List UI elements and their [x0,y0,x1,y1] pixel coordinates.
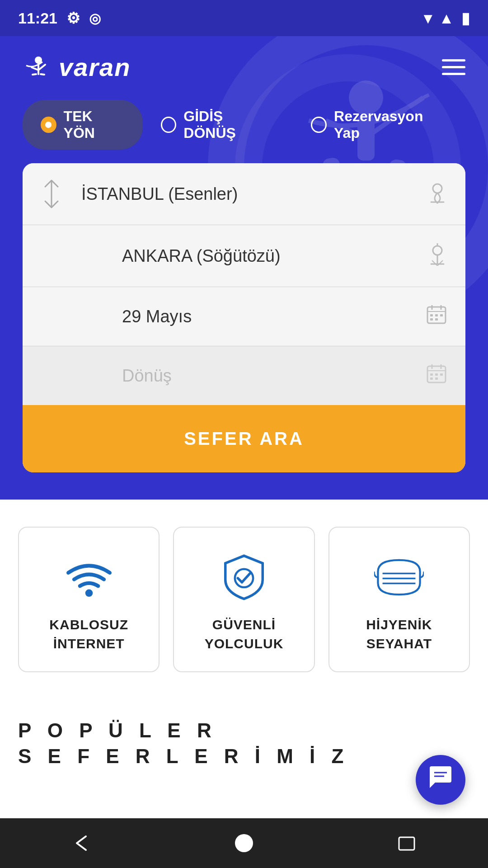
from-location-icon [427,179,447,208]
swap-icon[interactable] [41,179,62,209]
svg-point-32 [85,590,93,597]
date-field-row[interactable]: 29 Mayıs [23,287,465,346]
mask-feature-label: HİJYENİK SEYAHAT [366,615,432,653]
features-section: KABLOSUZ İNTERNET GÜVENLİ YOLCULUK [0,500,488,699]
trip-type-selector: TEK YÖN GİDİŞ DÖNÜŞ Rezervasyon Yap [23,100,465,150]
svg-rect-21 [430,318,433,321]
svg-rect-40 [399,837,414,850]
to-field-row[interactable]: ANKARA (Söğütözü) [23,225,465,287]
shield-feature-icon [217,550,271,604]
to-location-icon [427,241,447,270]
shield-feature-label: GÜVENLİ YOLCULUK [205,615,284,653]
logo-text: varan [59,52,131,82]
home-button[interactable] [226,830,262,857]
from-field-value: İSTANBUL (Esenler) [81,184,427,204]
popular-title: P O P Ü L E R S E F E R L E R İ M İ Z [18,717,470,769]
svg-rect-27 [430,373,433,376]
calendar-icon [426,303,447,330]
svg-rect-22 [435,318,438,321]
search-card: İSTANBUL (Esenler) ANKARA (Söğütözü) [23,163,465,472]
status-bar: 11:21 ⚙ ◎ ▾ ▲ ▮ [0,0,488,36]
svg-rect-30 [430,377,433,380]
radio-inner [45,122,52,128]
svg-rect-31 [435,377,438,380]
bottom-nav [0,818,488,868]
return-calendar-icon [426,363,447,389]
features-grid: KABLOSUZ İNTERNET GÜVENLİ YOLCULUK [18,527,470,672]
return-field-row[interactable]: Dönüş [23,346,465,405]
feature-card-wifi: KABLOSUZ İNTERNET [18,527,160,672]
popular-section: P O P Ü L E R S E F E R L E R İ M İ Z [0,699,488,769]
logo: varan [23,52,131,82]
svg-rect-20 [440,314,443,316]
at-icon: ◎ [89,10,101,26]
hero-section: varan TEK YÖN GİDİŞ DÖNÜŞ Rezervasyon Ya… [0,36,488,500]
mask-feature-icon [372,550,426,604]
settings-icon: ⚙ [66,9,80,27]
radio-gidis-donus [161,117,177,133]
status-bar-left: 11:21 ⚙ ◎ [18,9,101,27]
search-button[interactable]: SEFER ARA [23,405,465,472]
feature-card-hijyenik: HİJYENİK SEYAHAT [328,527,470,672]
status-bar-right: ▾ ▲ ▮ [424,9,470,27]
hamburger-line-1 [442,59,465,61]
back-button[interactable] [63,830,99,857]
radio-rezervasyon [311,117,327,133]
from-field-row[interactable]: İSTANBUL (Esenler) [23,163,465,225]
svg-rect-28 [435,373,438,376]
wifi-status-icon: ▾ [424,9,432,27]
chat-fab-icon [428,764,453,795]
logo-icon [23,54,54,81]
return-field-placeholder: Dönüş [122,366,426,386]
hamburger-line-3 [442,73,465,75]
trip-option-tek-yon[interactable]: TEK YÖN [23,100,143,150]
wifi-feature-icon [62,550,116,604]
trip-label-tek-yon: TEK YÖN [64,108,125,142]
hamburger-line-2 [442,66,465,68]
svg-rect-29 [440,373,443,376]
battery-icon: ▮ [461,9,470,27]
chat-fab-button[interactable] [416,755,465,805]
svg-point-8 [433,184,442,193]
search-fields: İSTANBUL (Esenler) ANKARA (Söğütözü) [23,163,465,405]
trip-label-rezervasyon: Rezervasyon Yap [334,108,447,142]
trip-option-rezervasyon[interactable]: Rezervasyon Yap [293,100,465,150]
time-display: 11:21 [18,9,57,27]
svg-point-39 [235,834,253,852]
svg-rect-18 [430,314,433,316]
trip-option-gidis-donus[interactable]: GİDİŞ DÖNÜŞ [143,100,293,150]
navbar: varan [23,36,465,100]
trip-label-gidis-donus: GİDİŞ DÖNÜŞ [183,108,275,142]
date-field-value: 29 Mayıs [122,307,426,326]
svg-point-10 [433,246,442,255]
wifi-feature-label: KABLOSUZ İNTERNET [49,615,128,653]
to-field-value: ANKARA (Söğütözü) [122,246,427,266]
recent-button[interactable] [389,830,425,857]
hamburger-menu[interactable] [442,59,465,75]
radio-tek-yon [41,117,56,133]
signal-icon: ▲ [439,9,454,27]
svg-rect-19 [435,314,438,316]
feature-card-guvenli: GÜVENLİ YOLCULUK [173,527,314,672]
